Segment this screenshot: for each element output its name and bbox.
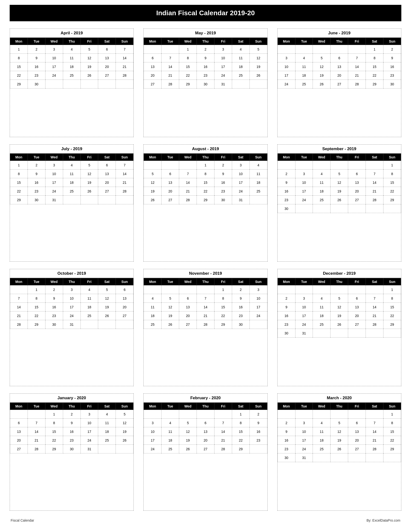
day-cell (330, 410, 348, 418)
day-cell (10, 285, 28, 294)
week-row: 1 (278, 410, 401, 418)
day-cell: 15 (10, 178, 28, 187)
week-row: 17181920212223 (278, 71, 401, 80)
day-cell: 11 (250, 170, 267, 178)
day-cell (45, 80, 63, 88)
week-row: 21222324252627 (10, 312, 133, 320)
day-cell: 26 (81, 187, 98, 196)
day-cell (383, 453, 401, 462)
day-cell: 30 (278, 329, 295, 338)
day-cell: 16 (278, 436, 295, 445)
day-header: Wed (179, 403, 197, 410)
day-cell: 15 (179, 62, 197, 71)
day-header: Mon (10, 278, 28, 285)
day-cell: 11 (295, 62, 313, 71)
day-header: Tue (161, 278, 179, 285)
day-header: Sat (98, 278, 116, 285)
day-cell: 1 (10, 161, 28, 170)
day-cell: 20 (348, 312, 366, 320)
day-cell: 13 (348, 427, 366, 436)
day-cell: 14 (197, 303, 215, 312)
day-header: Sat (366, 154, 383, 161)
day-cell: 17 (45, 62, 63, 71)
day-cell: 29 (383, 196, 401, 204)
week-row: 9101112131415 (278, 427, 401, 436)
day-cell: 19 (250, 62, 267, 71)
day-cell (295, 204, 313, 213)
day-cell: 29 (383, 445, 401, 453)
day-cell: 10 (295, 178, 313, 187)
day-cell: 4 (313, 170, 330, 178)
day-cell: 17 (144, 436, 161, 445)
day-cell (348, 410, 366, 418)
month-calendar-2: June - 2019MonTueWedThuFriSatSun12345678… (277, 28, 401, 137)
day-cell: 10 (214, 54, 232, 62)
day-cell: 20 (179, 312, 197, 320)
day-cell: 29 (383, 320, 401, 329)
month-table-6: MonTueWedThuFriSatSun1234567891011121314… (10, 278, 133, 329)
day-cell (161, 45, 179, 54)
day-cell: 10 (45, 170, 63, 178)
day-cell (366, 285, 383, 294)
day-cell: 25 (161, 445, 179, 453)
day-cell: 8 (214, 294, 232, 303)
day-header: Sun (116, 403, 133, 410)
day-cell: 20 (161, 187, 179, 196)
day-cell: 13 (10, 427, 28, 436)
main-title: Indian Fiscal Calendar 2019-20 (10, 5, 401, 21)
day-cell: 16 (232, 303, 250, 312)
day-cell: 26 (313, 80, 330, 88)
day-cell: 12 (250, 54, 267, 62)
day-cell: 28 (366, 445, 383, 453)
day-header: Thu (330, 154, 348, 161)
day-cell (383, 204, 401, 213)
week-row: 13141516171819 (144, 62, 267, 71)
day-cell: 21 (366, 187, 383, 196)
day-cell (330, 285, 348, 294)
day-header: Wed (313, 154, 330, 161)
week-row: 11121314151617 (144, 303, 267, 312)
day-cell: 28 (116, 71, 133, 80)
day-header: Tue (295, 403, 313, 410)
day-cell: 19 (144, 187, 161, 196)
day-cell: 27 (348, 196, 366, 204)
week-row: 6789101112 (144, 54, 267, 62)
day-cell: 25 (144, 320, 161, 329)
day-cell: 16 (214, 178, 232, 187)
day-header: Sat (366, 403, 383, 410)
day-cell: 9 (383, 54, 401, 62)
day-cell: 11 (313, 303, 330, 312)
day-cell: 18 (63, 178, 81, 187)
day-header: Mon (144, 403, 161, 410)
day-cell (63, 196, 81, 204)
day-cell: 1 (383, 161, 401, 170)
day-cell: 9 (278, 178, 295, 187)
day-cell: 7 (366, 418, 383, 427)
day-cell (144, 45, 161, 54)
day-cell: 3 (295, 418, 313, 427)
day-cell: 12 (330, 178, 348, 187)
day-cell: 6 (98, 161, 116, 170)
day-cell: 2 (278, 418, 295, 427)
day-cell: 10 (232, 170, 250, 178)
day-cell: 18 (63, 62, 81, 71)
week-row: 1234 (144, 161, 267, 170)
day-cell: 16 (45, 303, 63, 312)
day-cell: 28 (161, 80, 179, 88)
day-cell: 1 (45, 410, 63, 418)
day-header: Tue (161, 38, 179, 45)
month-header-7: November - 2019 (144, 269, 267, 278)
day-header: Sat (98, 154, 116, 161)
day-cell: 18 (313, 436, 330, 445)
day-cell (313, 45, 330, 54)
day-header: Tue (295, 154, 313, 161)
week-row: 15161718192021 (10, 178, 133, 187)
day-cell: 5 (98, 285, 116, 294)
day-cell: 3 (232, 161, 250, 170)
day-cell: 24 (232, 187, 250, 196)
day-cell: 9 (28, 170, 45, 178)
day-cell: 6 (348, 294, 366, 303)
week-row: 3456789 (278, 54, 401, 62)
week-row: 12 (144, 410, 267, 418)
day-cell (81, 320, 98, 329)
